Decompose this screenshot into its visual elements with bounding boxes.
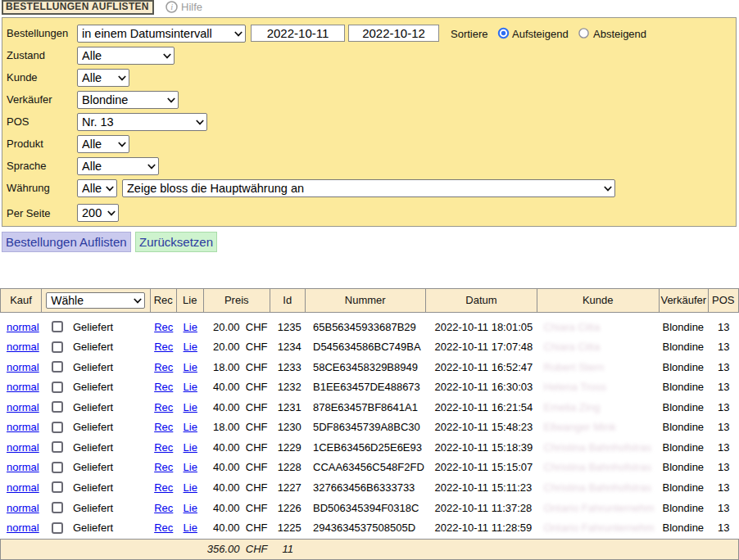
svg-text:i: i <box>170 2 173 11</box>
